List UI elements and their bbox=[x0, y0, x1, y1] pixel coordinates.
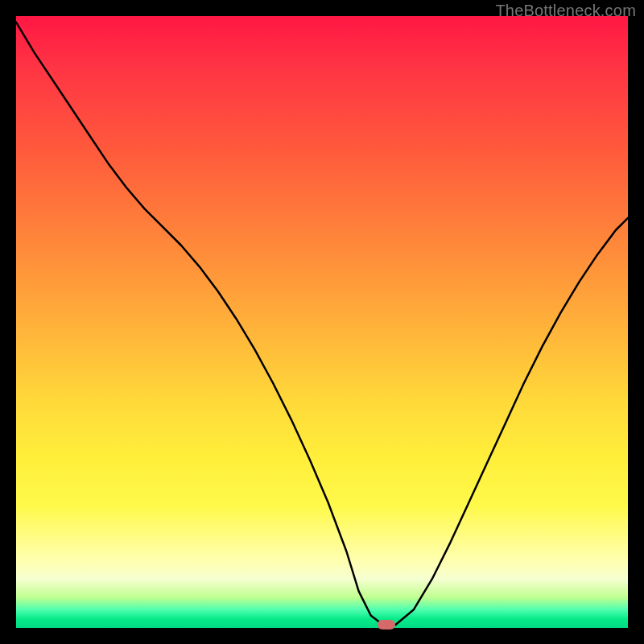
chart-frame: TheBottleneck.com bbox=[0, 0, 644, 644]
plot-area bbox=[16, 16, 628, 628]
optimal-point-marker bbox=[378, 620, 395, 630]
watermark-text: TheBottleneck.com bbox=[495, 2, 636, 20]
